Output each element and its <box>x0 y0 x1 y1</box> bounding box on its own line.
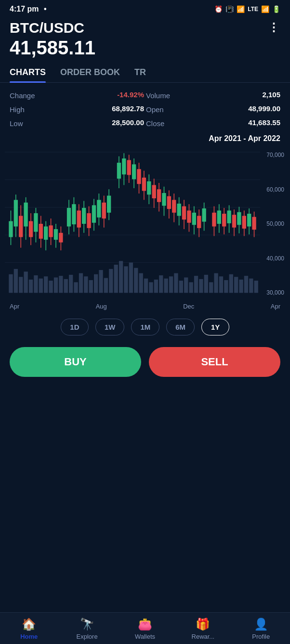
svg-rect-25 <box>109 269 113 293</box>
nav-explore[interactable]: 🔭 Explore <box>73 618 102 640</box>
svg-rect-53 <box>249 279 253 293</box>
svg-rect-128 <box>197 216 201 228</box>
open-value: 48,999.00 <box>214 104 281 115</box>
svg-rect-90 <box>97 200 101 217</box>
svg-rect-120 <box>177 204 181 216</box>
tab-trades[interactable]: TR <box>134 67 146 82</box>
svg-rect-108 <box>147 181 151 195</box>
period-1d-button[interactable]: 1D <box>61 319 89 335</box>
svg-rect-21 <box>89 280 93 293</box>
svg-rect-56 <box>9 221 13 237</box>
nav-home[interactable]: 🏠 Home <box>14 618 43 640</box>
period-selector: 1D 1W 1M 6M 1Y <box>0 312 290 342</box>
nav-rewards[interactable]: 🎁 Rewar... <box>188 618 217 640</box>
nav-explore-label: Explore <box>77 633 98 640</box>
svg-rect-27 <box>119 261 123 293</box>
nav-profile-label: Profile <box>252 633 270 640</box>
signal2-icon: 📶 <box>261 5 269 13</box>
nav-home-label: Home <box>20 633 38 640</box>
svg-rect-64 <box>29 221 33 237</box>
svg-rect-43 <box>199 279 203 293</box>
bottom-navigation: 🏠 Home 🔭 Explore 👛 Wallets 🎁 Rewar... 👤 … <box>0 612 290 644</box>
svg-rect-18 <box>74 282 78 293</box>
svg-rect-98 <box>122 158 126 174</box>
svg-rect-104 <box>137 169 141 184</box>
svg-rect-100 <box>127 160 131 175</box>
nav-profile[interactable]: 👤 Profile <box>247 618 276 640</box>
close-value: 41,683.55 <box>214 118 281 129</box>
svg-rect-28 <box>124 266 128 293</box>
high-value: 68,892.78 <box>78 104 145 115</box>
home-icon: 🏠 <box>22 618 36 631</box>
svg-rect-42 <box>194 276 198 293</box>
y-label-60000: 60,000 <box>266 186 284 193</box>
svg-rect-16 <box>64 279 68 293</box>
svg-rect-122 <box>182 206 186 220</box>
svg-rect-74 <box>54 229 58 240</box>
y-label-40000: 40,000 <box>266 255 284 262</box>
svg-rect-102 <box>132 164 136 179</box>
svg-rect-114 <box>162 193 166 206</box>
svg-rect-88 <box>92 205 96 222</box>
candlestick-chart <box>5 147 285 301</box>
price-chart: 70,000 60,000 50,000 40,000 30,000 <box>0 147 290 301</box>
svg-rect-6 <box>14 269 18 293</box>
svg-rect-144 <box>242 216 246 228</box>
x-label-aug: Aug <box>96 303 107 310</box>
header: BTC/USDC 41,585.11 ⋮ <box>0 16 290 59</box>
tab-charts[interactable]: CHARTS <box>10 67 46 82</box>
svg-rect-30 <box>134 268 138 293</box>
date-range: Apr 2021 - Apr 2022 <box>0 132 290 147</box>
volume-value: 2,105 <box>214 90 281 101</box>
rewards-icon: 🎁 <box>196 618 210 631</box>
svg-rect-86 <box>87 213 91 228</box>
action-buttons: BUY SELL <box>0 342 290 386</box>
period-6m-button[interactable]: 6M <box>166 319 195 335</box>
buy-button[interactable]: BUY <box>10 347 141 377</box>
period-1m-button[interactable]: 1M <box>131 319 159 335</box>
nav-wallets[interactable]: 👛 Wallets <box>131 618 159 640</box>
profile-icon: 👤 <box>254 618 268 631</box>
current-price: 41,585.11 <box>10 37 280 59</box>
svg-rect-110 <box>152 185 156 198</box>
svg-rect-34 <box>154 280 158 293</box>
period-1w-button[interactable]: 1W <box>95 319 125 335</box>
status-bar: 4:17 pm • ⏰ 📳 📶 LTE 📶 🔋 <box>0 0 290 16</box>
svg-rect-132 <box>212 213 216 227</box>
svg-rect-148 <box>252 217 256 230</box>
svg-rect-37 <box>169 276 173 293</box>
svg-rect-78 <box>67 208 71 227</box>
high-label: High <box>10 104 76 115</box>
svg-rect-22 <box>94 274 98 293</box>
svg-rect-116 <box>167 196 171 209</box>
svg-rect-31 <box>139 273 143 293</box>
svg-rect-8 <box>24 271 27 293</box>
sell-button[interactable]: SELL <box>149 347 280 377</box>
svg-rect-26 <box>114 265 118 293</box>
svg-rect-82 <box>77 210 81 227</box>
svg-rect-146 <box>247 214 251 226</box>
svg-rect-45 <box>209 282 213 293</box>
svg-rect-118 <box>172 200 176 212</box>
svg-rect-94 <box>107 196 111 213</box>
y-label-30000: 30,000 <box>266 289 284 296</box>
svg-rect-142 <box>237 212 241 225</box>
x-axis-labels: Apr Aug Dec Apr <box>0 301 290 312</box>
svg-rect-136 <box>222 214 226 226</box>
svg-rect-29 <box>129 263 133 293</box>
tab-bar: CHARTS ORDER BOOK TR <box>0 67 290 83</box>
svg-rect-36 <box>164 279 168 293</box>
lte-label: LTE <box>248 6 258 13</box>
svg-rect-38 <box>174 273 178 293</box>
more-options-button[interactable]: ⋮ <box>268 21 280 34</box>
explore-icon: 🔭 <box>80 618 94 631</box>
svg-rect-10 <box>34 275 38 293</box>
svg-rect-72 <box>49 225 53 237</box>
tab-orderbook[interactable]: ORDER BOOK <box>60 67 120 82</box>
svg-rect-58 <box>14 200 18 226</box>
svg-rect-92 <box>102 203 106 219</box>
period-1y-button[interactable]: 1Y <box>201 319 229 335</box>
svg-rect-96 <box>117 163 121 179</box>
svg-rect-49 <box>229 274 233 293</box>
svg-rect-11 <box>39 279 43 293</box>
